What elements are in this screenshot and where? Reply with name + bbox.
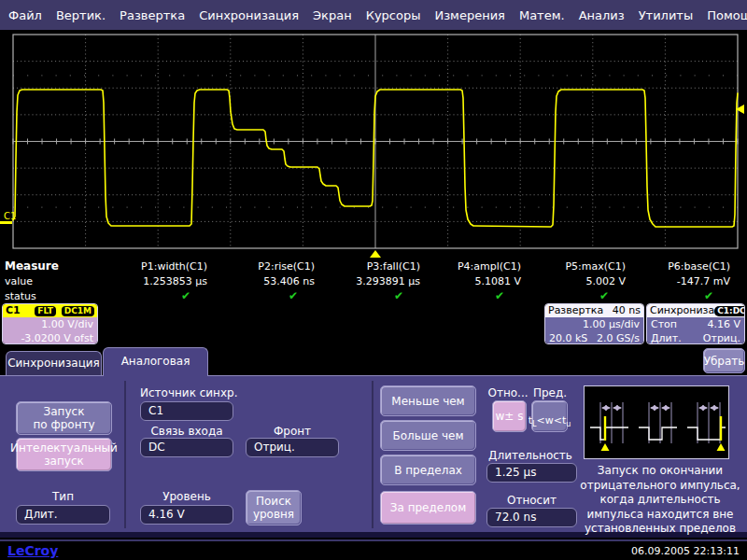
trigger-delay: 40 ns [613, 304, 641, 317]
pulse-waveforms [590, 427, 726, 440]
trigger-descriptor-title: Синхрониза [650, 304, 714, 317]
level-label: Уровень [140, 490, 233, 503]
lecroy-logo: LeCroy [7, 543, 58, 558]
value-row-label: value [0, 275, 103, 287]
oscilloscope-screen: Файл Вертик. Развертка Синхронизация Экр… [0, 0, 747, 560]
status-ok-icon: ✔ [428, 289, 529, 302]
menu-analysis[interactable]: Анализ [579, 8, 625, 22]
measure-value: 5.002 V [529, 275, 633, 287]
timebase-descriptor[interactable]: Развертка 40 ns 1.00 µs/div 20.0 kS 2.0 … [544, 303, 644, 344]
time-per-div: 1.00 µs/div [549, 317, 640, 331]
channel1-descriptor[interactable]: C1 FLT DC1M 1.00 V/div -3.0200 V ofst [2, 303, 98, 344]
measure-value: 53.406 ns [215, 275, 322, 287]
status-bar: LeCroy 06.09.2005 22:13:11 [0, 539, 747, 560]
smart-trigger-button[interactable]: Интелектуальный запуск [16, 438, 112, 471]
limit-guide-lines [600, 402, 720, 443]
menu-timebase[interactable]: Развертка [120, 8, 185, 22]
width-input[interactable]: 1.25 µs [486, 463, 577, 483]
volts-per-div: 1.00 V/div [7, 317, 93, 331]
source-label: Источник синхр. [140, 386, 233, 399]
graticule [13, 35, 738, 248]
trigger-level: 4.16 V [707, 317, 740, 331]
width-limits-button[interactable]: tL<w<tu [531, 400, 568, 432]
trigger-source-badge: C1:DC [714, 306, 745, 316]
sample-rate: 2.0 GS/s [597, 331, 640, 344]
trigger-hint-text: Запуск по окончании отрицательного импул… [575, 464, 745, 537]
limits-label: Пред. [530, 386, 570, 399]
slope-select[interactable]: Отриц. [246, 438, 339, 457]
condition-greater-than-button[interactable]: Больше чем [380, 420, 476, 451]
menu-bar: Файл Вертик. Развертка Синхронизация Экр… [0, 0, 747, 30]
menu-math[interactable]: Матем. [519, 8, 565, 22]
measure-param[interactable]: P2:rise(C1) [215, 260, 322, 273]
measure-param[interactable]: P1:width(C1) [103, 260, 215, 273]
width-relative-button[interactable]: w± s [492, 400, 527, 432]
menu-measure[interactable]: Измерения [434, 8, 504, 22]
slope-label: Фронт [246, 425, 339, 438]
waveform-display: C1 [0, 30, 747, 259]
status-ok-icon: ✔ [322, 289, 428, 302]
status-ok-icon: ✔ [103, 289, 215, 302]
channel-ground-marker[interactable] [0, 221, 12, 224]
menu-vertical[interactable]: Вертик. [56, 8, 106, 22]
status-ok-icon: ✔ [529, 289, 633, 302]
width-label: Длительность [481, 449, 580, 462]
trigger-position-marker[interactable] [370, 250, 381, 258]
coupling-badge: DC1M [62, 306, 94, 316]
diagram-trigger-markers [601, 416, 726, 451]
level-input[interactable]: 4.16 V [140, 505, 233, 525]
measure-value: 5.1081 V [428, 275, 529, 287]
relative-label: Отно... [486, 386, 529, 399]
delta-label: Относит [486, 494, 577, 507]
measure-param[interactable]: P6:base(C1) [633, 260, 738, 273]
measure-value: 1.253853 µs [103, 275, 215, 287]
measure-param[interactable]: P3:fall(C1) [322, 260, 428, 273]
filter-badge: FLT [35, 306, 56, 316]
menu-display[interactable]: Экран [313, 8, 352, 22]
measure-value: -147.7 mV [633, 275, 738, 287]
find-level-button[interactable]: Поиск уровня [246, 490, 302, 525]
status-ok-icon: ✔ [215, 289, 322, 302]
trigger-type: Длит. [651, 331, 682, 344]
measure-value: 3.293891 µs [322, 275, 428, 287]
status-ok-icon: ✔ [633, 289, 738, 302]
trigger-slope: Отриц. [703, 331, 740, 344]
timebase-descriptor-title: Развертка [548, 304, 603, 317]
measure-row-label: Measure [0, 259, 103, 273]
tab-trigger[interactable]: Синхронизация [6, 351, 102, 375]
datetime-display: 06.09.2005 22:13:11 [631, 545, 740, 557]
coupling-select[interactable]: DC [140, 438, 233, 457]
trigger-panel: Запуск по фронту Интелектуальный запуск … [0, 375, 747, 538]
channel1-descriptor-title: C1 [6, 304, 21, 317]
sample-count: 20.0 kS [549, 331, 587, 344]
coupling-label: Связь входа [140, 425, 233, 438]
menu-file[interactable]: Файл [8, 8, 42, 22]
status-row-label: status [0, 290, 103, 302]
condition-out-of-range-button[interactable]: За пределом [380, 491, 476, 525]
divider [372, 381, 374, 528]
divider [124, 381, 126, 528]
delta-input[interactable]: 72.0 ns [486, 508, 577, 527]
trigger-type-select[interactable]: Длит. [16, 505, 110, 525]
condition-in-range-button[interactable]: В пределах [380, 455, 476, 485]
edge-trigger-button[interactable]: Запуск по фронту [16, 401, 112, 435]
trigger-mode: Стоп [651, 317, 677, 331]
trigger-descriptor[interactable]: Синхрониза C1:DC Стоп 4.16 V Длит. Отриц… [646, 303, 745, 344]
measure-param[interactable]: P4:ampl(C1) [428, 260, 529, 273]
type-label: Тип [16, 490, 110, 503]
tab-analog[interactable]: Аналоговая [103, 347, 208, 376]
menu-cursors[interactable]: Курсоры [366, 8, 421, 22]
menu-help[interactable]: Помощь [707, 8, 747, 22]
measure-param[interactable]: P5:max(C1) [529, 260, 633, 273]
channel-offset: -3.0200 V ofst [7, 331, 93, 344]
menu-utilities[interactable]: Утилиты [639, 8, 694, 22]
measure-table: Measure P1:width(C1) P2:rise(C1) P3:fall… [0, 259, 747, 303]
close-panel-button[interactable]: Убрать [703, 348, 745, 373]
trigger-dialog: Синхронизация Аналоговая Убрать Запуск п… [0, 345, 747, 539]
channel-label: C1 [4, 211, 16, 221]
menu-trigger[interactable]: Синхронизация [199, 8, 299, 22]
trigger-condition-diagram [584, 385, 729, 459]
condition-less-than-button[interactable]: Меньше чем [380, 385, 476, 416]
trigger-source-select[interactable]: C1 [140, 401, 233, 421]
